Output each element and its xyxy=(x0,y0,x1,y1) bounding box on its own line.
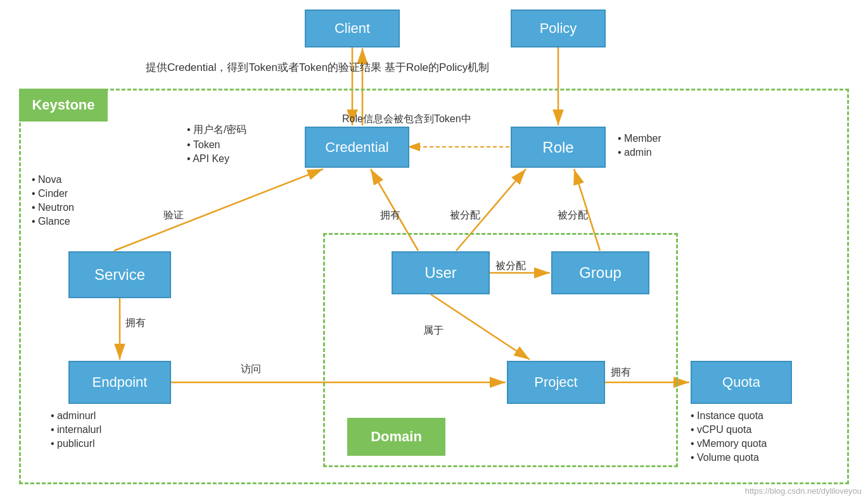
verify-label: 验证 xyxy=(163,209,184,222)
endpoint-box: Endpoint xyxy=(68,361,171,404)
user-box: User xyxy=(392,251,490,294)
role-in-token-label: Role信息会被包含到Token中 xyxy=(342,113,471,126)
credential-types-list: 用户名/密码 Token API Key xyxy=(187,123,247,167)
role-box: Role xyxy=(511,127,606,168)
credential-box: Credential xyxy=(305,127,409,168)
endpoint-types-list: adminurl internalurl publicurl xyxy=(51,410,101,452)
services-list: Nova Cinder Neutron Glance xyxy=(32,174,74,230)
top-description: 提供Credential，得到Token或者Token的验证结果 基于Role的… xyxy=(146,60,489,75)
project-box: Project xyxy=(507,361,605,404)
quota-box: Quota xyxy=(691,361,792,404)
assigned3-label: 被分配 xyxy=(495,260,526,273)
belongs-label: 属于 xyxy=(423,324,444,337)
assigned2-label: 被分配 xyxy=(558,209,588,222)
service-box: Service xyxy=(68,251,171,298)
watermark: https://blog.csdn.net/dyliloveyou xyxy=(745,486,862,496)
role-types-list: Member admin xyxy=(618,133,661,161)
group-box: Group xyxy=(551,251,649,294)
client-box: Client xyxy=(305,9,400,47)
has2-label: 拥有 xyxy=(611,366,631,379)
policy-box: Policy xyxy=(511,9,606,47)
visit-label: 访问 xyxy=(241,363,261,376)
keystone-label: Keystone xyxy=(19,89,108,122)
has1-label: 拥有 xyxy=(380,209,400,222)
diagram-container: Keystone Client Policy 提供Credential，得到To… xyxy=(0,0,868,502)
domain-box: Domain xyxy=(347,418,445,456)
has3-label: 拥有 xyxy=(125,317,146,330)
quota-types-list: Instance quota vCPU quota vMemory quota … xyxy=(691,410,767,466)
assigned1-label: 被分配 xyxy=(450,209,480,222)
